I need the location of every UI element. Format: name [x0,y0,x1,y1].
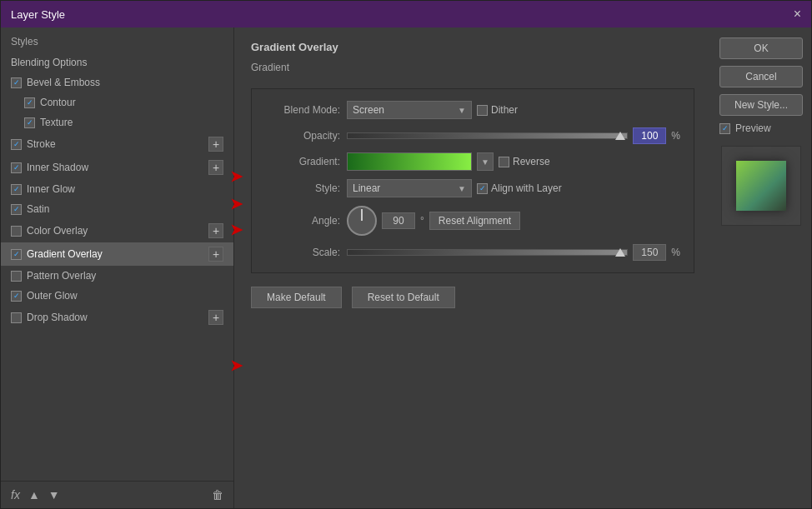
blend-mode-row: Blend Mode: Screen ▼ Dither [265,101,680,119]
angle-dial[interactable] [347,206,377,236]
blend-mode-value: Screen [353,104,384,116]
blend-mode-arrow-icon: ▼ [458,106,466,115]
scale-input[interactable] [633,244,666,261]
inner-glow-checkbox[interactable] [11,184,22,195]
preview-inner [736,161,786,211]
satin-label: Satin [27,203,49,215]
dialog-title: Layer Style [11,8,65,21]
form-panel: Blend Mode: Screen ▼ Dither Opa [251,88,694,273]
texture-checkbox[interactable] [24,117,35,128]
right-panel: OK Cancel New Style... Preview [711,27,811,508]
inner-shadow-checkbox[interactable] [11,162,22,173]
move-down-button[interactable]: ▼ [48,488,60,502]
main-content: Gradient Overlay Gradient Blend Mode: Sc… [234,27,711,508]
style-row: Style: Linear ▼ Align with Layer [265,179,680,197]
sidebar: Styles Blending Options Bevel & Emboss C… [1,27,234,508]
pattern-overlay-checkbox[interactable] [11,271,22,282]
stroke-plus-button[interactable]: + [208,137,223,152]
drop-shadow-plus-button[interactable]: + [208,310,223,325]
gradient-overlay-label: Gradient Overlay [27,248,103,260]
sidebar-item-satin[interactable]: Satin [1,199,233,219]
inner-glow-label: Inner Glow [27,183,75,195]
angle-unit: ° [420,215,424,227]
satin-checkbox[interactable] [11,204,22,215]
sidebar-bottom: fx ▲ ▼ 🗑 [1,481,233,508]
blend-mode-dropdown[interactable]: Screen ▼ [347,101,472,119]
sidebar-item-pattern-overlay[interactable]: Pattern Overlay [1,266,233,286]
sidebar-item-stroke[interactable]: Stroke + [1,132,233,156]
sidebar-item-gradient-overlay[interactable]: Gradient Overlay + [1,242,233,266]
outer-glow-checkbox[interactable] [11,291,22,302]
style-arrow-icon: ▼ [458,184,466,193]
gradient-row: Gradient: ▼ Reverse [265,152,680,171]
make-default-button[interactable]: Make Default [251,287,342,308]
move-up-button[interactable]: ▲ [28,488,40,502]
blend-mode-label: Blend Mode: [265,104,340,116]
drop-shadow-checkbox[interactable] [11,312,22,323]
blending-options-label: Blending Options [11,57,87,68]
action-buttons: Make Default Reset to Default [251,287,694,308]
arrow-inner-glow: ➤ [230,221,243,239]
gradient-dropdown[interactable]: ▼ [477,152,494,171]
gradient-arrow-icon: ▼ [481,157,489,167]
drop-shadow-label: Drop Shadow [27,312,88,323]
opacity-row: Opacity: % [265,127,680,144]
opacity-label: Opacity: [265,130,340,142]
texture-label: Texture [40,117,73,128]
layer-style-dialog: Layer Style × Styles Blending Options Be… [0,0,812,509]
dither-checkbox[interactable] [477,105,488,116]
style-dropdown[interactable]: Linear ▼ [347,179,472,197]
inner-shadow-plus-button[interactable]: + [208,160,223,175]
angle-input[interactable] [382,212,415,229]
scale-label: Scale: [265,247,340,258]
opacity-unit: % [671,130,680,142]
preview-checkbox[interactable] [719,123,730,134]
section-title: Gradient Overlay [251,41,694,53]
gradient-overlay-checkbox[interactable] [11,249,22,260]
ok-button[interactable]: OK [719,37,803,59]
angle-label: Angle: [265,215,340,227]
gradient-overlay-plus-button[interactable]: + [208,247,223,262]
preview-box [721,146,801,226]
preview-label: Preview [735,122,771,134]
opacity-slider[interactable] [347,132,628,139]
arrow-inner-shadow: ➤ [230,195,243,213]
bevel-emboss-checkbox[interactable] [11,77,22,88]
sidebar-item-outer-glow[interactable]: Outer Glow [1,286,233,306]
sidebar-item-inner-glow[interactable]: Inner Glow [1,179,233,199]
scale-row: Scale: % [265,244,680,261]
stroke-checkbox[interactable] [11,139,22,150]
align-layer-label: Align with Layer [491,182,562,194]
sidebar-item-drop-shadow[interactable]: Drop Shadow + [1,306,233,329]
close-button[interactable]: × [794,7,801,21]
color-overlay-checkbox[interactable] [11,226,22,237]
gradient-label: Gradient: [265,156,340,167]
section-subtitle: Gradient [251,62,694,73]
cancel-button[interactable]: Cancel [719,66,803,87]
outer-glow-label: Outer Glow [27,290,78,302]
reset-alignment-button[interactable]: Reset Alignment [429,212,520,230]
bevel-emboss-label: Bevel & Emboss [27,77,100,88]
dither-label: Dither [491,104,518,116]
angle-row: Angle: ° Reset Alignment [265,206,680,236]
sidebar-item-contour[interactable]: Contour [1,92,233,112]
gradient-preview[interactable] [347,152,472,171]
scale-unit: % [671,247,680,258]
contour-checkbox[interactable] [24,97,35,108]
reverse-label: Reverse [513,156,550,167]
sidebar-item-blending-options[interactable]: Blending Options [1,52,233,72]
reset-to-default-button[interactable]: Reset to Default [352,287,455,308]
style-label: Style: [265,182,340,194]
scale-slider[interactable] [347,249,628,256]
sidebar-item-texture[interactable]: Texture [1,112,233,132]
new-style-button[interactable]: New Style... [719,94,803,116]
sidebar-item-bevel-emboss[interactable]: Bevel & Emboss [1,72,233,92]
color-overlay-plus-button[interactable]: + [208,223,223,238]
delete-button[interactable]: 🗑 [212,488,223,502]
sidebar-item-inner-shadow[interactable]: Inner Shadow + [1,156,233,179]
align-layer-checkbox[interactable] [477,183,488,194]
reverse-checkbox[interactable] [499,157,509,167]
title-bar: Layer Style × [1,1,811,27]
sidebar-item-color-overlay[interactable]: Color Overlay + [1,219,233,242]
opacity-input[interactable] [633,127,666,144]
